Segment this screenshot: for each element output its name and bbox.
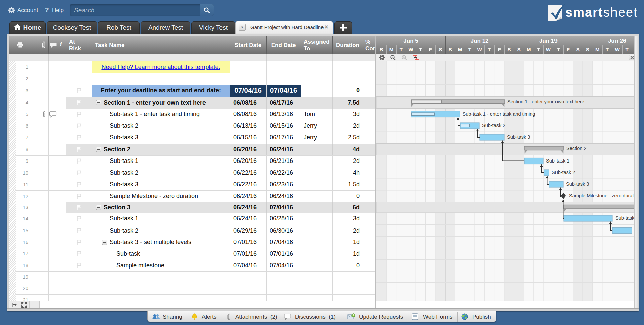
svg-text:?: ?	[352, 314, 354, 317]
